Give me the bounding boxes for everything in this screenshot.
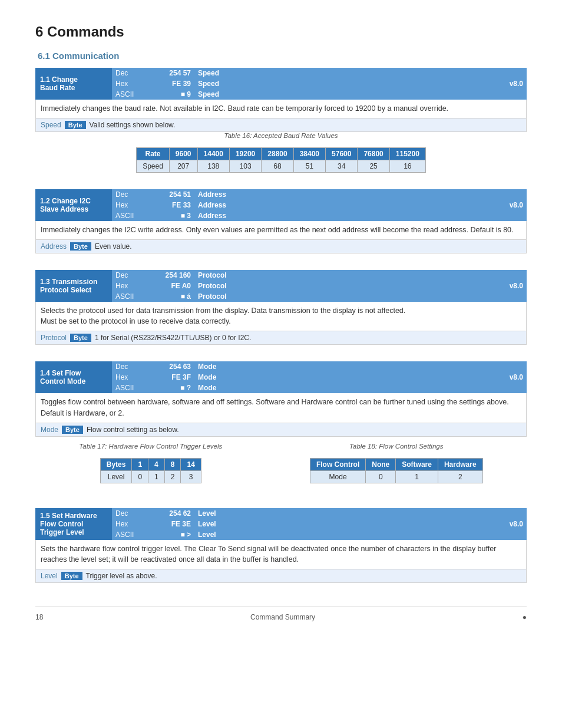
table-cell: 3 (181, 470, 201, 483)
row-param: Address (194, 189, 491, 200)
table-wrap-2: Table 18: Flow Control SettingsFlow Cont… (310, 443, 483, 492)
row-param: Protocol (194, 270, 491, 281)
row-type: Hex (112, 372, 147, 383)
table-cell: 207 (169, 160, 197, 172)
param-line: Speed Byte Valid settings shown below. (35, 118, 527, 132)
table-caption: Table 18: Flow Control Settings (310, 443, 483, 450)
command-name: 1.3 TransmissionProtocol Select (35, 270, 112, 302)
command-name: 1.1 ChangeBaud Rate (35, 68, 112, 100)
data-table: Bytes14814Level0123 (100, 458, 201, 483)
footer-label: Command Summary (250, 613, 315, 621)
row-value: FE 39 (147, 78, 194, 89)
table-header: 4 (148, 458, 165, 470)
command-header: 1.5 Set HardwareFlow ControlTrigger Leve… (35, 508, 527, 540)
table-header: 9600 (169, 147, 197, 160)
param-desc: Valid settings shown below. (90, 121, 176, 129)
table-header: Flow Control (310, 458, 365, 470)
table-header: 57600 (326, 147, 358, 160)
row-type: Hex (112, 78, 147, 89)
row-type: Hex (112, 519, 147, 529)
table-header: Software (396, 458, 438, 470)
row-param: Speed (194, 68, 491, 78)
version: v8.0 (491, 189, 527, 221)
param-line: Mode Byte Flow control setting as below. (35, 423, 527, 437)
table-cell: 2 (438, 470, 482, 483)
table-cell: 1 (148, 470, 165, 483)
table-header: Bytes (100, 458, 132, 470)
table-header: 38400 (293, 147, 325, 160)
param-name: Mode (41, 426, 58, 434)
table-header: 28800 (262, 147, 293, 160)
cmd-1-1: 1.1 ChangeBaud RateDec254 57Speedv8.0Hex… (35, 68, 527, 173)
param-desc: 1 for Serial (RS232/RS422/TTL/USB) or 0 … (95, 334, 251, 342)
row-value: ■ ? (147, 383, 194, 393)
row-value: 254 160 (147, 270, 194, 281)
footer-icon: ● (523, 613, 527, 621)
byte-badge: Byte (61, 572, 82, 580)
row-type: Dec (112, 361, 147, 372)
param-name: Address (41, 242, 67, 251)
row-value: FE 3E (147, 519, 194, 529)
param-desc: Even value. (95, 242, 132, 251)
row-value: 254 57 (147, 68, 194, 78)
table-header: None (366, 458, 396, 470)
row-param: Level (194, 529, 491, 540)
param-desc: Flow control setting as below. (87, 426, 179, 434)
byte-badge: Byte (65, 121, 86, 129)
command-description: Selects the protocol used for data trans… (35, 302, 527, 332)
row-type: Hex (112, 200, 147, 210)
command-name: 1.5 Set HardwareFlow ControlTrigger Leve… (35, 508, 112, 540)
command-description: Immediately changes the I2C write addres… (35, 221, 527, 240)
row-param: Address (194, 210, 491, 221)
row-type: ASCII (112, 529, 147, 540)
page-title: 6 Commands (35, 24, 527, 40)
cmd-1-5: 1.5 Set HardwareFlow ControlTrigger Leve… (35, 508, 527, 584)
cmd-1-4: 1.4 Set FlowControl ModeDec254 63Modev8.… (35, 361, 527, 492)
row-type: ASCII (112, 383, 147, 393)
row-type: ASCII (112, 210, 147, 221)
table-header: Hardware (438, 458, 482, 470)
param-name: Level (41, 572, 58, 580)
row-type: ASCII (112, 291, 147, 302)
row-type: Dec (112, 189, 147, 200)
row-type: Hex (112, 281, 147, 291)
table-cell: 0 (132, 470, 148, 483)
param-line: Protocol Byte 1 for Serial (RS232/RS422/… (35, 331, 527, 345)
row-value: 254 63 (147, 361, 194, 372)
version: v8.0 (491, 508, 527, 540)
param-name: Protocol (41, 334, 67, 342)
table-cell: 103 (229, 160, 261, 172)
table-cell: 1 (396, 470, 438, 483)
table-cell: 51 (293, 160, 325, 172)
row-param: Level (194, 508, 491, 519)
row-value: ■ 3 (147, 210, 194, 221)
byte-badge: Byte (70, 334, 91, 342)
table-header: 19200 (229, 147, 261, 160)
row-value: FE A0 (147, 281, 194, 291)
table-cell: 0 (366, 470, 396, 483)
data-table: Rate960014400192002880038400576007680011… (136, 147, 426, 173)
row-param: Protocol (194, 291, 491, 302)
row-type: ASCII (112, 89, 147, 100)
command-description: Toggles flow control between hardware, s… (35, 393, 527, 423)
table-cell: 25 (358, 160, 389, 172)
table-header: 76800 (358, 147, 389, 160)
row-value: FE 3F (147, 372, 194, 383)
table-header: 14400 (197, 147, 229, 160)
param-line: Level Byte Trigger level as above. (35, 569, 527, 583)
version: v8.0 (491, 361, 527, 393)
command-header: 1.4 Set FlowControl ModeDec254 63Modev8.… (35, 361, 527, 393)
row-type: Dec (112, 68, 147, 78)
footer: 18 Command Summary ● (35, 607, 527, 621)
version: v8.0 (491, 270, 527, 302)
row-value: 254 51 (147, 189, 194, 200)
table-header: 115200 (389, 147, 425, 160)
param-desc: Trigger level as above. (86, 572, 157, 580)
two-tables: Table 17: Hardware Flow Control Trigger … (35, 443, 527, 492)
row-param: Speed (194, 78, 491, 89)
row-param: Mode (194, 372, 491, 383)
table-cell: 68 (262, 160, 293, 172)
cmd-1-3: 1.3 TransmissionProtocol SelectDec254 16… (35, 270, 527, 345)
row-param: Mode (194, 361, 491, 372)
command-description: Immediately changes the baud rate. Not a… (35, 100, 527, 118)
